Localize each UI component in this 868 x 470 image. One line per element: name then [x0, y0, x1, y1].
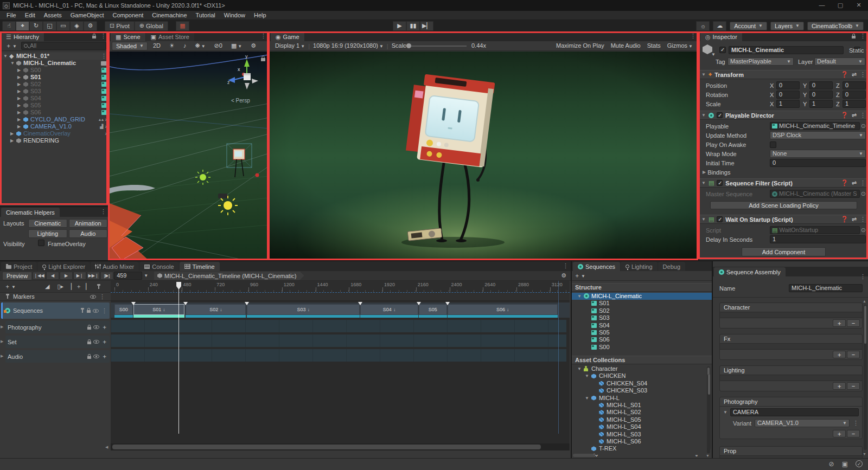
- collection-item-mich-l-s04[interactable]: MICH-L_S04: [572, 423, 706, 430]
- timeline-settings-icon[interactable]: ⚙: [561, 272, 566, 279]
- collection-item-mich-l-s03[interactable]: MICH-L_S03: [572, 431, 706, 438]
- layout-button-cinematic[interactable]: Cinematic: [28, 219, 67, 228]
- remove-button[interactable]: −: [847, 319, 860, 327]
- panel-menu-icon[interactable]: ⋮: [100, 33, 106, 40]
- effects-dropdown[interactable]: ❋▼: [192, 42, 208, 50]
- item-name-field[interactable]: CAMERA: [730, 408, 859, 416]
- transform-position-z-field[interactable]: 0: [843, 81, 866, 89]
- remove-button[interactable]: −: [847, 430, 860, 437]
- collection-item-mich-l-s02[interactable]: MICH-L_S02: [572, 409, 706, 416]
- hierarchy-item-s04[interactable]: ▶S04: [0, 95, 108, 102]
- gameobject-icon[interactable]: ▼: [703, 44, 717, 59]
- presets-icon[interactable]: ⇌: [852, 179, 857, 186]
- clip-edit-ripple-icon[interactable]: ▏＋▕: [71, 282, 86, 291]
- frame-field[interactable]: 459: [114, 272, 142, 280]
- clip-s04[interactable]: S04↓: [360, 304, 418, 315]
- eye-icon[interactable]: [93, 340, 99, 344]
- section-empty-list[interactable]: [720, 312, 862, 318]
- shading-dropdown[interactable]: Shaded▼: [112, 42, 148, 50]
- timeline-marker[interactable]: [131, 302, 136, 305]
- expander-icon[interactable]: ▶: [17, 67, 21, 74]
- track-foldout-icon[interactable]: ▶: [1, 339, 3, 344]
- sequences-clip-row[interactable]: S00S01↓S02↓S03↓S04↓S05S06↓: [111, 302, 570, 318]
- tab-console[interactable]: Console: [139, 262, 178, 271]
- hierarchy-item-mich-l-01-[interactable]: ▼◆MICH-L_01*⋮: [0, 53, 108, 60]
- menu-cinemachine[interactable]: Cinemachine: [148, 12, 191, 18]
- sequences-right-scrollbar[interactable]: [707, 374, 711, 450]
- tab-asset-store[interactable]: ▣Asset Store: [146, 32, 194, 41]
- tab-game[interactable]: ◉Game: [271, 32, 304, 41]
- help-icon[interactable]: ❓: [841, 216, 848, 223]
- track-header-audio[interactable]: Audio＋: [5, 350, 110, 363]
- timeline-marker[interactable]: [417, 302, 421, 305]
- menu-tutorial[interactable]: Tutorial: [192, 12, 220, 18]
- add-button[interactable]: ＋: [833, 382, 846, 390]
- presets-icon[interactable]: ⇌: [852, 71, 857, 78]
- scale-slider[interactable]: [404, 46, 467, 47]
- play-on-awake-checkbox[interactable]: [770, 141, 776, 148]
- clip-s01[interactable]: S01↓: [133, 304, 184, 315]
- object-picker-icon[interactable]: ⊙: [861, 123, 866, 130]
- add-sequence-button[interactable]: ＋▼: [574, 272, 585, 280]
- layout-button-audio[interactable]: Audio: [69, 229, 108, 238]
- expander-icon[interactable]: ▶: [17, 88, 21, 95]
- add-button[interactable]: ＋: [833, 430, 846, 437]
- expander-icon[interactable]: ▶: [17, 95, 21, 102]
- active-checkbox[interactable]: [719, 47, 726, 53]
- curves-view-icon[interactable]: ◢: [45, 283, 49, 290]
- preview-button[interactable]: Preview: [2, 272, 32, 280]
- transform-position-y-field[interactable]: 0: [809, 81, 833, 89]
- scene-viewport[interactable]: y x z < Persp: [110, 51, 269, 260]
- expander-icon[interactable]: ▼: [577, 293, 582, 300]
- track-foldout-icon[interactable]: ▶: [1, 325, 3, 329]
- menu-help[interactable]: Help: [250, 12, 271, 18]
- clip-s06[interactable]: S06↓: [448, 304, 558, 315]
- add-track-button[interactable]: ＋▼: [4, 282, 16, 291]
- section-item[interactable]: ▼CAMERA: [720, 407, 862, 418]
- fx-dropdown-icon[interactable]: ▼: [694, 453, 699, 456]
- collection-item-mich-l[interactable]: ▼MICH-L: [572, 395, 706, 402]
- sequence-filter-header[interactable]: ▼▤ Sequence Filter (Script) ❓⇌⋮: [699, 178, 868, 188]
- track-header-photography[interactable]: Photography＋: [5, 321, 110, 333]
- timeline-content[interactable]: 0240480720960120014401680192021602400264…: [111, 281, 570, 443]
- menu-edit[interactable]: Edit: [21, 12, 40, 18]
- rotate-tool[interactable]: ↻: [29, 21, 43, 31]
- panel-menu-icon[interactable]: ⋮: [563, 262, 569, 269]
- remove-button[interactable]: −: [847, 351, 860, 358]
- game-button-stats[interactable]: Stats: [644, 42, 664, 50]
- hierarchy-item-s06[interactable]: ▶S06: [0, 109, 108, 116]
- frame-overlay-checkbox[interactable]: [38, 240, 44, 246]
- menu-icon[interactable]: ⋮: [99, 293, 105, 300]
- clip-s05[interactable]: S05: [419, 304, 447, 315]
- timeline-markers-strip[interactable]: [111, 293, 570, 301]
- hierarchy-item-s03[interactable]: ▶S03: [0, 88, 108, 95]
- presets-icon[interactable]: ⇌: [852, 216, 857, 223]
- menu-gameobject[interactable]: GameObject: [66, 12, 108, 18]
- snap-grid-button[interactable]: ▦: [176, 21, 189, 31]
- account-dropdown[interactable]: Account▼: [730, 22, 767, 30]
- tab-scene[interactable]: ▦Scene: [111, 32, 145, 41]
- bindings-foldout[interactable]: Bindings: [707, 169, 730, 176]
- expander-icon[interactable]: ▶: [17, 109, 21, 116]
- expander-icon[interactable]: ▶: [10, 137, 14, 144]
- structure-item-mich-l-cinematic[interactable]: ▼MICH-L_Cinematic: [572, 293, 712, 300]
- component-menu-icon[interactable]: ⋮: [860, 112, 866, 119]
- hand-tool[interactable]: ☝: [2, 21, 16, 31]
- add-component-button[interactable]: Add Component: [742, 247, 826, 256]
- remove-button[interactable]: −: [847, 382, 860, 390]
- play-range-button[interactable]: [▶]: [100, 272, 113, 280]
- structure-item-s06[interactable]: S06: [572, 336, 712, 343]
- scene-lighting-toggle[interactable]: ☀: [166, 42, 178, 50]
- enabled-checkbox[interactable]: [717, 112, 723, 118]
- lock-icon[interactable]: [87, 310, 91, 313]
- collection-item-mich-l-s05[interactable]: MICH-L_S05: [572, 416, 706, 423]
- menu-assets[interactable]: Assets: [40, 12, 66, 18]
- pin-icon[interactable]: [82, 308, 83, 313]
- lock-icon[interactable]: [87, 342, 91, 344]
- assembly-scrollbar[interactable]: [864, 305, 867, 450]
- pause-button[interactable]: ▮▮: [406, 21, 420, 31]
- transform-rotation-x-field[interactable]: 0: [776, 91, 800, 99]
- play-button[interactable]: ▶: [393, 21, 406, 31]
- layout-button-animation[interactable]: Animation: [69, 219, 108, 228]
- search-input[interactable]: All: [21, 42, 106, 50]
